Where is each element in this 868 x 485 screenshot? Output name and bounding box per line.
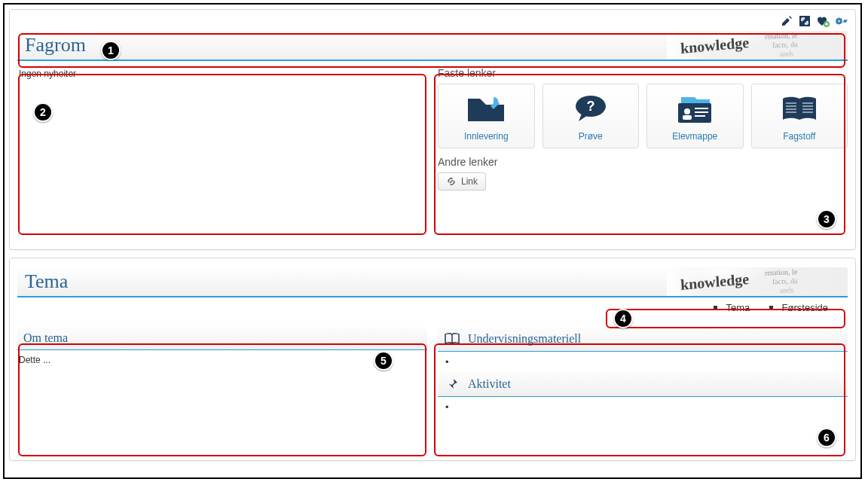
svg-rect-6	[683, 115, 692, 120]
heart-add-icon[interactable]	[816, 14, 830, 28]
gear-dropdown-icon[interactable]	[834, 14, 848, 28]
link-chip[interactable]: Link	[438, 172, 486, 191]
bullet-icon	[769, 306, 773, 310]
aktivitet-item: •	[438, 397, 848, 417]
om-tema-header: Om tema	[23, 331, 68, 345]
faste-lenker-label: Faste lenker	[438, 67, 848, 79]
open-book-icon	[755, 92, 845, 127]
svg-rect-0	[799, 16, 810, 26]
links-panel: Faste lenker Innlevering ? Prøve	[438, 67, 848, 218]
tile-label: Prøve	[546, 131, 636, 142]
om-tema-panel: Om tema Dette ...	[17, 327, 427, 417]
question-bubble-icon: ?	[546, 92, 636, 127]
tema-title-bar: Tema knowledge rmation, le facts, da and…	[17, 267, 848, 297]
book-outline-icon	[444, 331, 460, 346]
andre-lenker-label: Andre lenker	[438, 156, 848, 168]
tile-label: Elevmappe	[650, 131, 740, 142]
bullet-icon	[714, 306, 717, 310]
link-chip-label: Link	[461, 176, 478, 187]
fagrom-title-bar: Fagrom knowledge rmation, le facts, da a…	[17, 31, 848, 61]
tile-innlevering[interactable]: Innlevering	[438, 84, 535, 148]
id-card-folder-icon	[650, 92, 740, 127]
fagrom-card: Fagrom knowledge rmation, le facts, da a…	[9, 9, 856, 250]
decorative-knowledge-image: knowledge rmation, le facts, da ands	[667, 267, 848, 297]
news-panel: Ingen nyheiter	[17, 67, 427, 218]
folder-upload-icon	[442, 92, 531, 127]
news-empty-text: Ingen nyheiter	[17, 67, 427, 81]
edit-icon[interactable]	[780, 14, 793, 28]
aktivitet-header: Aktivitet	[468, 377, 511, 391]
card-toolbar	[780, 14, 848, 28]
materiell-item: •	[438, 352, 848, 372]
svg-text:?: ?	[586, 99, 594, 114]
tema-right-panel: Undervisningsmateriell • Aktivitet •	[438, 327, 848, 417]
tema-card: Tema knowledge rmation, le facts, da and…	[9, 258, 856, 461]
svg-point-5	[684, 108, 690, 114]
nav-link-tema[interactable]: Tema	[726, 302, 750, 313]
tile-fagstoff[interactable]: Fagstoff	[751, 84, 848, 148]
materiell-header: Undervisningsmateriell	[468, 332, 581, 346]
tile-label: Fagstoff	[755, 131, 845, 142]
tile-elevmappe[interactable]: Elevmappe	[646, 84, 744, 148]
svg-rect-8	[695, 111, 708, 113]
expand-icon[interactable]	[798, 14, 811, 28]
om-tema-body: Dette ...	[17, 350, 427, 370]
svg-rect-9	[695, 115, 705, 117]
pin-icon	[444, 377, 460, 392]
svg-rect-7	[695, 108, 708, 109]
tile-label: Innlevering	[442, 131, 531, 142]
nav-link-forsteside[interactable]: Førsteside	[782, 302, 828, 313]
tile-prove[interactable]: ? Prøve	[542, 84, 640, 148]
link-icon	[446, 176, 457, 187]
decorative-knowledge-image: knowledge rmation, le facts, da ands	[667, 31, 848, 61]
tema-nav: Tema Førsteside	[17, 297, 848, 315]
